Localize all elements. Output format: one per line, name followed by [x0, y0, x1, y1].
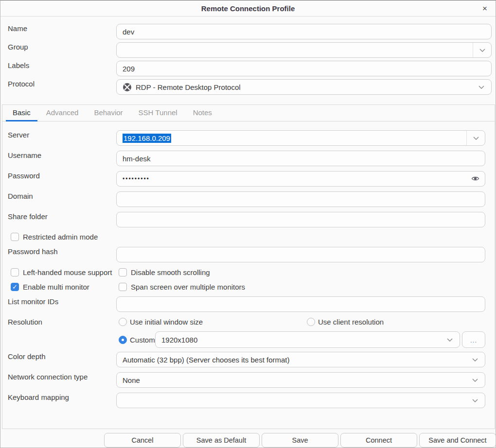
protocol-value: RDP - Remote Desktop Protocol: [136, 83, 241, 91]
close-icon[interactable]: ×: [479, 3, 491, 15]
left-handed-mouse-label: Left-handed mouse support: [23, 268, 112, 276]
disable-smooth-scrolling-checkbox[interactable]: [119, 268, 127, 276]
chevron-down-icon: [472, 399, 478, 402]
domain-label: Domain: [8, 192, 33, 200]
use-initial-window-size-radio[interactable]: [119, 318, 127, 326]
chevron-down-icon: [447, 338, 453, 342]
restricted-admin-mode-label: Restricted admin mode: [23, 233, 98, 241]
resolution-more-button[interactable]: …: [462, 331, 485, 348]
use-initial-window-size-label: Use initial window size: [130, 318, 203, 326]
name-input[interactable]: dev: [116, 24, 492, 39]
tab-behavior[interactable]: Behavior: [87, 105, 129, 121]
enable-multi-monitor-label: Enable multi monitor: [23, 283, 89, 291]
cancel-button[interactable]: Cancel: [104, 433, 181, 448]
keyboard-mapping-dropdown[interactable]: [116, 393, 485, 408]
username-label: Username: [8, 151, 41, 159]
list-monitor-ids-label: List monitor IDs: [8, 297, 58, 306]
group-label: Group: [8, 43, 28, 51]
tab-bar: Basic Advanced Behavior SSH Tunnel Notes: [2, 105, 495, 121]
resolution-label: Resolution: [8, 318, 42, 326]
custom-resolution-label: Custom: [130, 336, 155, 344]
server-label: Server: [8, 131, 29, 139]
custom-resolution-value: 1920x1080: [161, 336, 197, 344]
connect-button[interactable]: Connect: [340, 433, 417, 448]
save-button[interactable]: Save: [262, 433, 338, 448]
network-connection-type-label: Network connection type: [8, 373, 88, 381]
color-depth-label: Color depth: [8, 352, 46, 361]
server-value-selected-text: 192.168.0.209: [123, 134, 171, 143]
dialog-title: Remote Connection Profile: [201, 4, 295, 13]
password-hash-input[interactable]: [116, 247, 485, 262]
remote-connection-profile-dialog: Remote Connection Profile × Name dev Gro…: [0, 0, 496, 448]
chevron-down-icon: [479, 49, 485, 52]
list-monitor-ids-input[interactable]: [116, 296, 485, 312]
show-password-eye-icon[interactable]: [471, 175, 479, 182]
server-combo[interactable]: 192.168.0.209: [116, 130, 485, 146]
keyboard-mapping-label: Keyboard mapping: [8, 393, 69, 401]
network-connection-type-value: None: [123, 376, 140, 384]
restricted-admin-mode-checkbox[interactable]: [11, 233, 19, 241]
tab-basic[interactable]: Basic: [6, 105, 37, 121]
username-value: hm-desk: [123, 155, 151, 163]
span-screen-checkbox[interactable]: [119, 283, 127, 291]
tab-ssh-tunnel[interactable]: SSH Tunnel: [132, 105, 184, 121]
enable-multi-monitor-checkbox[interactable]: ✓: [11, 283, 19, 291]
protocol-label: Protocol: [8, 80, 35, 88]
labels-value: 209: [123, 65, 135, 73]
tab-advanced[interactable]: Advanced: [39, 105, 86, 121]
rdp-protocol-icon: [123, 83, 132, 92]
username-input[interactable]: hm-desk: [116, 151, 485, 166]
custom-resolution-radio[interactable]: [119, 336, 127, 344]
tab-notes[interactable]: Notes: [186, 105, 219, 121]
network-connection-type-dropdown[interactable]: None: [116, 372, 485, 388]
domain-input[interactable]: [116, 191, 485, 207]
save-as-default-button[interactable]: Save as Default: [183, 433, 260, 448]
chevron-down-icon: [478, 86, 484, 89]
share-folder-label: Share folder: [8, 212, 48, 221]
password-label: Password: [8, 172, 40, 180]
group-dropdown-button[interactable]: [473, 43, 491, 57]
share-folder-input[interactable]: [116, 212, 485, 227]
chevron-down-icon: [472, 379, 478, 382]
color-depth-value: Automatic (32 bpp) (Server chooses its b…: [123, 356, 289, 364]
chevron-down-icon: [472, 358, 478, 362]
group-combo[interactable]: [116, 42, 492, 58]
span-screen-label: Span screen over multiple monitors: [131, 283, 245, 291]
left-handed-mouse-checkbox[interactable]: [11, 268, 19, 276]
password-hash-label: Password hash: [8, 247, 58, 256]
name-value: dev: [123, 28, 134, 36]
use-client-resolution-label: Use client resolution: [318, 318, 384, 326]
protocol-dropdown[interactable]: RDP - Remote Desktop Protocol: [116, 79, 492, 95]
use-client-resolution-radio[interactable]: [307, 318, 315, 326]
server-dropdown-button[interactable]: [466, 131, 485, 145]
labels-input[interactable]: 209: [116, 61, 492, 76]
color-depth-dropdown[interactable]: Automatic (32 bpp) (Server chooses its b…: [116, 352, 485, 367]
password-masked-value: •••••••••: [123, 175, 150, 182]
name-label: Name: [8, 24, 27, 33]
save-and-connect-button[interactable]: Save and Connect: [419, 433, 496, 448]
chevron-down-icon: [473, 137, 479, 140]
password-input[interactable]: •••••••••: [116, 171, 485, 187]
titlebar: Remote Connection Profile ×: [0, 0, 496, 17]
labels-label: Labels: [8, 61, 29, 69]
check-icon: ✓: [12, 283, 18, 291]
disable-smooth-scrolling-label: Disable smooth scrolling: [131, 268, 210, 276]
custom-resolution-dropdown[interactable]: 1920x1080: [155, 331, 460, 348]
